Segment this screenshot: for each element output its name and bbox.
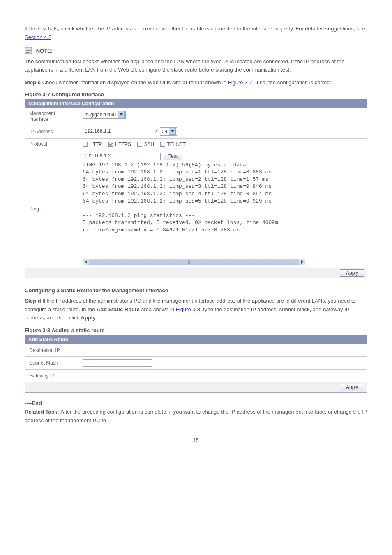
checkbox-icon	[160, 142, 165, 147]
checkbox-icon	[137, 142, 142, 147]
label-gateway-ip: Gateway IP	[25, 370, 78, 382]
protocol-https[interactable]: HTTPS	[108, 141, 131, 147]
note-text: The communication test checks whether th…	[25, 58, 367, 75]
label-ip-address: IP Address	[25, 125, 78, 138]
checkbox-icon	[83, 142, 88, 147]
svg-rect-2	[26, 50, 31, 51]
test-button[interactable]: Test	[164, 153, 182, 160]
protocol-telnet[interactable]: TELNET	[160, 141, 186, 147]
svg-rect-3	[26, 52, 29, 53]
bold-add-static-route: Add Static Route	[97, 306, 140, 312]
link-section-4-2[interactable]: Section 4.2	[25, 34, 51, 40]
label-destination-ip: Destination IP	[25, 344, 78, 356]
mask-separator: /	[155, 129, 157, 134]
page-number: 15	[25, 437, 367, 443]
link-figure-3-8[interactable]: Figure 3-8	[176, 306, 200, 312]
note-icon	[25, 47, 32, 54]
ping-ip-input[interactable]: 192.168.1.2	[83, 153, 161, 160]
figure-3-7-caption: Figure 3-7 Configured interface	[25, 91, 367, 97]
static-route-apply-button[interactable]: Apply	[340, 384, 364, 391]
figure-3-8-caption: Figure 3-8 Adding a static route	[25, 327, 367, 333]
intro-text: If the test fails, check whether the IP …	[25, 25, 367, 42]
destination-ip-input[interactable]	[83, 347, 152, 354]
label-ping: Ping	[25, 150, 78, 268]
related-task: Related Task: After the preceding config…	[25, 408, 367, 425]
note-block: NOTE:	[25, 47, 367, 54]
label-mgmt-interface: Managment Interface	[25, 108, 78, 125]
static-route-title: Add Static Route	[25, 335, 367, 344]
chevron-left-icon	[85, 260, 87, 264]
scroll-left-button[interactable]	[83, 259, 89, 265]
mgmt-panel-title: Management Interface Configuration	[25, 99, 367, 108]
mask-select[interactable]: 24	[160, 127, 177, 136]
gateway-ip-input[interactable]	[83, 372, 152, 379]
link-figure-3-7[interactable]: Figure 3-7	[228, 79, 252, 86]
protocol-http[interactable]: HTTP	[83, 141, 102, 147]
scroll-track[interactable]	[89, 259, 299, 265]
ping-output: PING 192.168.1.2 (192.168.1.2) 56(84) by…	[83, 162, 304, 256]
label-subnet-mask: Subnet Mask	[25, 357, 78, 369]
bold-apply: Apply	[81, 314, 96, 321]
subnet-mask-input[interactable]	[83, 359, 152, 367]
svg-rect-1	[26, 49, 31, 49]
horizontal-scrollbar[interactable]	[83, 259, 305, 265]
end-marker: ----End	[25, 400, 367, 406]
chevron-right-icon	[301, 260, 303, 264]
scroll-grip-icon	[186, 260, 192, 264]
ip-address-input[interactable]: 192.168.1.1	[83, 128, 152, 135]
protocol-ssh[interactable]: SSH	[137, 141, 154, 147]
add-static-route-panel: Add Static Route Destination IP Subnet M…	[25, 335, 367, 393]
mgmt-apply-button[interactable]: Apply	[340, 269, 364, 277]
label-protocol: Protocol	[25, 139, 78, 150]
step-c: Step c Check whether information display…	[25, 79, 367, 87]
chevron-down-icon	[118, 111, 125, 118]
step-d: Step d If the IP address of the administ…	[25, 297, 367, 322]
mgmt-interface-select[interactable]: m-gigabit0/0/0	[83, 111, 126, 119]
note-label: NOTE:	[36, 47, 53, 53]
static-route-heading: Configuring a Static Route for the Manag…	[25, 287, 367, 294]
checkbox-checked-icon	[108, 142, 113, 147]
chevron-down-icon	[169, 128, 176, 135]
mgmt-interface-panel: Management Interface Configuration Manag…	[25, 99, 367, 278]
scroll-right-button[interactable]	[299, 259, 305, 265]
